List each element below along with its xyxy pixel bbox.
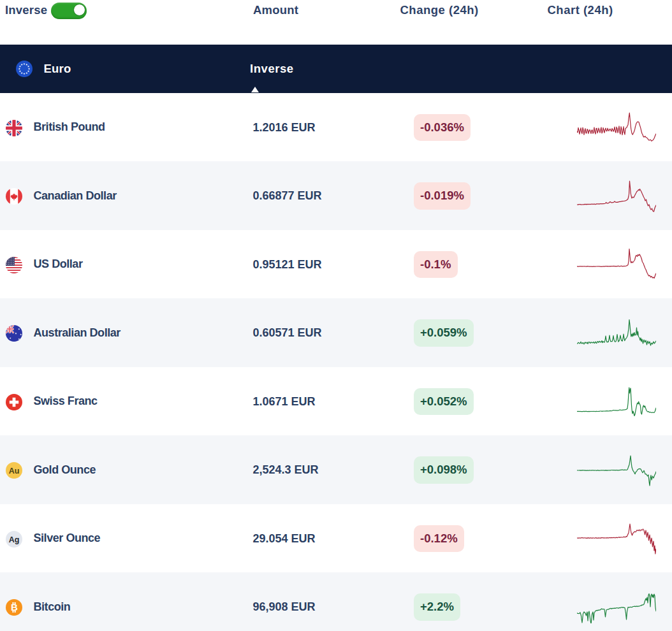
svg-text:Au: Au	[9, 467, 20, 475]
svg-text:Ag: Ag	[9, 535, 20, 544]
svg-text:B: B	[11, 602, 18, 613]
